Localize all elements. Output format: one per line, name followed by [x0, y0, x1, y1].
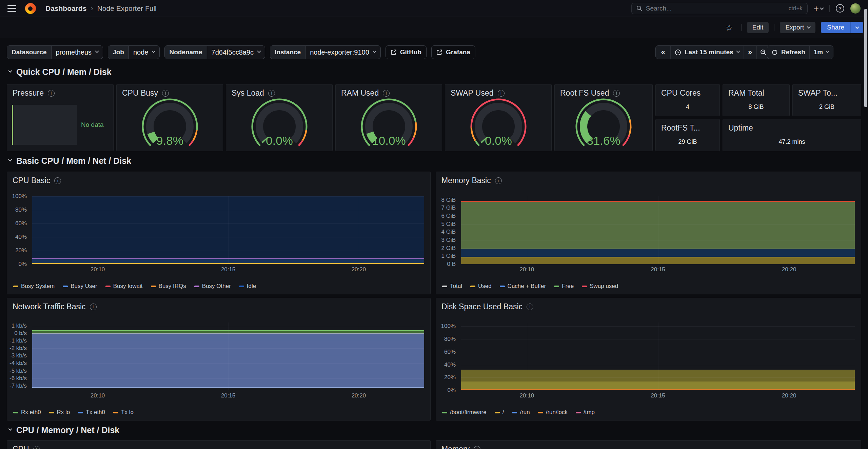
legend-item[interactable]: Busy User	[63, 283, 97, 290]
breadcrumb-dashboards-link[interactable]: Dashboards	[45, 4, 86, 13]
legend-item[interactable]: Busy Other	[194, 283, 231, 290]
panel-title[interactable]: Disk Space Used Basic	[441, 302, 522, 311]
variable-pill-job[interactable]: Jobnode	[108, 45, 160, 59]
legend-label: /	[502, 409, 504, 416]
panel-title[interactable]: Memory	[441, 445, 470, 449]
vertical-scrollbar[interactable]	[864, 9, 867, 107]
gridline-vertical	[527, 323, 527, 390]
dashboard-link-github[interactable]: GitHub	[386, 45, 427, 59]
variable-value-text: 7d64f5cc8a9c	[212, 48, 254, 56]
legend-item[interactable]: /tmp	[576, 409, 595, 416]
legend-item[interactable]: Idle	[239, 283, 256, 290]
panel-title[interactable]: Pressure	[13, 89, 44, 98]
time-shift-back-button[interactable]: «	[656, 46, 671, 59]
variables-row: DatasourceprometheusJobnodeNodename7d64f…	[7, 45, 475, 59]
panel-title[interactable]: Memory Basic	[441, 176, 491, 185]
variable-value-dropdown[interactable]: 7d64f5cc8a9c	[207, 46, 265, 59]
legend-swatch	[495, 412, 500, 413]
plot-area[interactable]	[32, 196, 424, 264]
plot-area[interactable]	[461, 323, 855, 390]
info-icon[interactable]	[527, 304, 533, 310]
chart-line	[32, 387, 424, 388]
legend-item[interactable]: Total	[442, 283, 462, 290]
panel-title[interactable]: CPU Basic	[13, 176, 50, 185]
share-button[interactable]: Share	[821, 22, 850, 33]
legend-item[interactable]: /boot/firmware	[442, 409, 487, 416]
variable-pill-datasource[interactable]: Datasourceprometheus	[7, 45, 103, 59]
panel-title[interactable]: SWAP To...	[798, 89, 837, 98]
section-cpu-memory-net-disk[interactable]: CPU / Memory / Net / Disk	[9, 425, 119, 435]
help-icon[interactable]	[836, 4, 844, 13]
info-icon[interactable]	[495, 177, 502, 184]
legend-item[interactable]: /run/lock	[538, 409, 568, 416]
legend-item[interactable]: Swap used	[582, 283, 618, 290]
share-menu-caret[interactable]	[850, 22, 863, 33]
info-icon[interactable]	[54, 177, 61, 184]
gauge-value: 10.0%	[372, 134, 406, 147]
info-icon[interactable]	[33, 446, 40, 449]
refresh-interval-picker[interactable]: 1m	[810, 46, 833, 59]
legend-item[interactable]: Busy IRQs	[151, 283, 186, 290]
y-axis-label: -1 kb/s	[9, 337, 27, 344]
legend-item[interactable]: Cache + Buffer	[500, 283, 546, 290]
legend-item[interactable]: Free	[554, 283, 574, 290]
gauge: 0.0%	[445, 95, 551, 150]
variable-value-dropdown[interactable]: node-exporter:9100	[305, 46, 380, 59]
external-link-icon	[391, 49, 397, 55]
legend-item[interactable]: Tx lo	[113, 409, 134, 416]
info-icon[interactable]	[90, 304, 97, 310]
legend-swatch	[512, 412, 517, 413]
new-item-button[interactable]	[814, 4, 823, 13]
y-axis-label: 5 GiB	[441, 221, 456, 228]
panel-title[interactable]: CPU	[13, 445, 29, 449]
chevron-down-icon	[855, 25, 859, 29]
legend-item[interactable]: Busy Iowait	[105, 283, 143, 290]
favorite-star-icon[interactable]	[725, 23, 733, 33]
refresh-button[interactable]: Refresh	[767, 46, 810, 59]
variable-value-dropdown[interactable]: node	[129, 46, 160, 59]
legend-item[interactable]: Rx eth0	[13, 409, 41, 416]
section-quick-cpu-mem-disk[interactable]: Quick CPU / Mem / Disk	[9, 67, 112, 77]
stat-value: 4	[656, 103, 719, 111]
legend-item[interactable]: Tx eth0	[78, 409, 105, 416]
variable-pill-instance[interactable]: Instancenode-exporter:9100	[270, 45, 381, 59]
panel-title[interactable]: Network Traffic Basic	[13, 302, 86, 311]
menu-toggle-icon[interactable]	[7, 5, 16, 12]
legend-item[interactable]: /	[495, 409, 504, 416]
user-avatar[interactable]	[850, 3, 861, 14]
panel-title[interactable]: Uptime	[728, 123, 753, 133]
chevron-down-icon	[373, 49, 376, 53]
time-shift-forward-button[interactable]: »	[744, 46, 757, 59]
panel-title[interactable]: CPU Cores	[661, 89, 701, 98]
legend-item[interactable]: Rx lo	[49, 409, 70, 416]
panel-title[interactable]: RootFS T...	[661, 123, 700, 133]
info-icon[interactable]	[48, 90, 55, 97]
variable-pill-nodename[interactable]: Nodename7d64f5cc8a9c	[164, 45, 265, 59]
section-basic-cpu-mem-net-disk[interactable]: Basic CPU / Mem / Net / Disk	[9, 156, 131, 166]
dashboard-link-grafana[interactable]: Grafana	[431, 45, 475, 59]
y-axis-label: -3 kb/s	[9, 352, 27, 359]
plot-area[interactable]	[32, 323, 424, 390]
legend-swatch	[442, 286, 447, 287]
search-input[interactable]: Search... ctrl+k	[631, 3, 808, 14]
legend-swatch	[151, 286, 156, 287]
panel-rootfs-total: RootFS T... 29 GiB	[655, 119, 720, 151]
legend-item[interactable]: Used	[470, 283, 492, 290]
grafana-logo-icon[interactable]	[25, 3, 36, 14]
x-axis-label: 20:20	[352, 266, 366, 273]
panel-memory-basic: Memory Basic 8 GiB7 GiB6 GiB5 GiB4 GiB3 …	[436, 172, 861, 294]
legend: Busy SystemBusy UserBusy IowaitBusy IRQs…	[13, 282, 424, 290]
legend-swatch	[13, 286, 18, 287]
plot-area[interactable]	[461, 196, 855, 264]
time-range-picker[interactable]: Last 15 minutes	[671, 46, 744, 59]
legend-item[interactable]: Busy System	[13, 283, 55, 290]
x-axis-label: 20:10	[520, 266, 534, 273]
variable-value-dropdown[interactable]: prometheus	[52, 46, 103, 59]
info-icon[interactable]	[474, 446, 480, 449]
edit-button[interactable]: Edit	[747, 22, 769, 33]
panel-title[interactable]: RAM Total	[728, 89, 764, 98]
export-button[interactable]: Export	[780, 22, 815, 33]
legend-item[interactable]: /run	[512, 409, 530, 416]
panel-header: Uptime	[723, 119, 861, 133]
x-axis-label: 20:15	[651, 392, 665, 399]
